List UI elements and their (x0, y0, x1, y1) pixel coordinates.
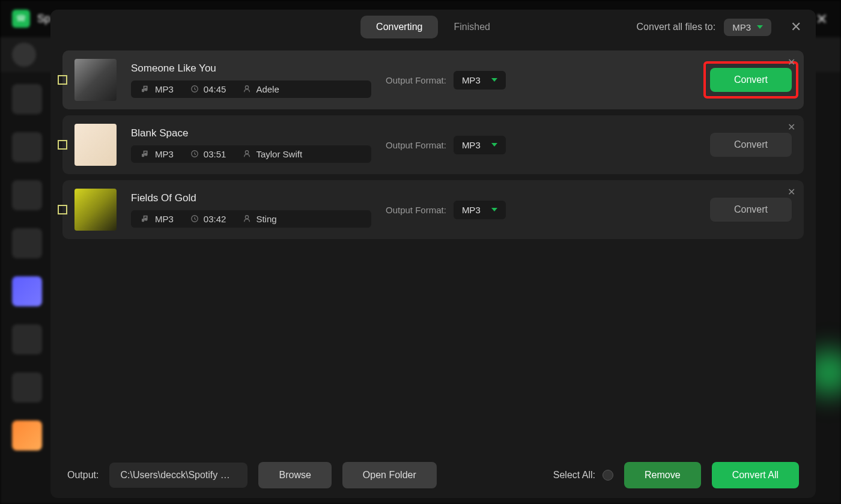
chevron-down-icon (491, 143, 497, 147)
remove-button[interactable]: Remove (624, 462, 701, 488)
tab-converting[interactable]: Converting (360, 16, 438, 38)
tab-finished[interactable]: Finished (438, 16, 505, 38)
convert-all-label: Convert all files to: (637, 22, 716, 32)
track-checkbox[interactable] (58, 140, 67, 150)
track-artist: Taylor Swift (256, 149, 302, 159)
tab-group: Converting Finished (360, 16, 506, 38)
modal-header: Converting Finished Convert all files to… (50, 10, 816, 44)
track-format-value: MP3 (462, 75, 481, 85)
track-title: Blank Space (131, 127, 371, 139)
bg-sidebar-item (12, 84, 42, 114)
track-format-value: MP3 (462, 205, 481, 215)
track-row-wrap: Someone Like You MP3 04:45 Adele (62, 50, 804, 109)
output-format-label: Output Format: (386, 140, 446, 150)
bg-sidebar-item (12, 324, 42, 354)
select-all-control[interactable]: Select All: (553, 470, 613, 481)
track-details: MP3 03:51 Taylor Swift (131, 145, 371, 163)
convert-all-button[interactable]: Convert All (712, 462, 799, 488)
track-row: Someone Like You MP3 04:45 Adele (62, 50, 804, 109)
chevron-down-icon (757, 25, 763, 29)
output-format-label: Output Format: (386, 205, 446, 215)
track-list: Someone Like You MP3 04:45 Adele (50, 44, 816, 452)
clock-icon (190, 150, 199, 158)
convert-button[interactable]: Convert (710, 68, 792, 92)
remove-track-button[interactable]: ✕ (788, 56, 795, 68)
track-checkbox[interactable] (58, 205, 67, 214)
select-all-label: Select All: (553, 470, 595, 481)
track-duration: 03:42 (204, 214, 226, 224)
music-note-icon (142, 214, 150, 223)
track-details: MP3 04:45 Adele (131, 80, 371, 98)
bg-sidebar-item (12, 276, 42, 306)
bg-sidebar-item (12, 421, 42, 451)
chevron-down-icon (491, 208, 497, 211)
svg-point-5 (246, 216, 249, 219)
track-checkbox[interactable] (58, 75, 67, 85)
track-format-select[interactable]: MP3 (454, 201, 506, 219)
svg-point-3 (246, 151, 249, 154)
album-art (74, 189, 117, 231)
remove-track-button[interactable]: ✕ (788, 121, 795, 133)
browse-button[interactable]: Browse (258, 462, 331, 488)
track-title: Someone Like You (131, 62, 371, 74)
bg-title: Sp (37, 13, 50, 25)
remove-track-button[interactable]: ✕ (788, 186, 795, 198)
music-note-icon (142, 85, 150, 93)
bg-sidebar-item (12, 132, 42, 162)
open-folder-button[interactable]: Open Folder (342, 462, 437, 488)
track-format-select[interactable]: MP3 (454, 71, 506, 90)
track-format-value: MP3 (462, 140, 481, 150)
track-row: Fields Of Gold MP3 03:42 Sting (62, 180, 804, 239)
track-row-wrap: Blank Space MP3 03:51 Taylor Swift (62, 115, 804, 174)
track-duration: 04:45 (204, 84, 226, 94)
track-format: MP3 (155, 149, 174, 159)
track-format: MP3 (155, 84, 174, 94)
output-format-label: Output Format: (386, 75, 446, 85)
clock-icon (190, 85, 199, 93)
track-artist: Sting (256, 214, 276, 224)
output-path-label: Output: (67, 470, 99, 481)
track-row-wrap: Fields Of Gold MP3 03:42 Sting (62, 180, 804, 239)
bg-sidebar-item (12, 372, 42, 402)
person-icon (243, 214, 251, 223)
track-duration: 03:51 (204, 149, 226, 159)
album-art (74, 59, 117, 101)
convert-button[interactable]: Convert (710, 133, 792, 157)
output-path-display: C:\Users\decck\Spotify M… (109, 463, 247, 488)
converter-modal: Converting Finished Convert all files to… (50, 10, 816, 498)
spotify-logo-icon (12, 10, 30, 28)
track-row: Blank Space MP3 03:51 Taylor Swift (62, 115, 804, 174)
modal-close-button[interactable]: ✕ (791, 19, 801, 35)
chevron-down-icon (491, 78, 497, 82)
bg-sidebar-item (12, 180, 42, 210)
svg-point-1 (246, 86, 249, 89)
album-art (74, 124, 117, 166)
bg-window-close-icon: ✕ (816, 11, 828, 28)
global-format-value: MP3 (732, 22, 751, 32)
convert-button[interactable]: Convert (710, 198, 792, 222)
bg-sidebar-item (12, 228, 42, 258)
track-details: MP3 03:42 Sting (131, 210, 371, 228)
clock-icon (190, 214, 199, 223)
global-format-select[interactable]: MP3 (724, 19, 771, 36)
select-all-toggle[interactable] (603, 470, 613, 481)
person-icon (243, 150, 251, 158)
person-icon (243, 85, 251, 93)
track-title: Fields Of Gold (131, 192, 371, 204)
track-format: MP3 (155, 214, 174, 224)
music-note-icon (142, 150, 150, 158)
bg-home-icon (12, 43, 36, 67)
track-format-select[interactable]: MP3 (454, 136, 506, 154)
track-artist: Adele (256, 84, 279, 94)
modal-footer: Output: C:\Users\decck\Spotify M… Browse… (50, 452, 816, 498)
